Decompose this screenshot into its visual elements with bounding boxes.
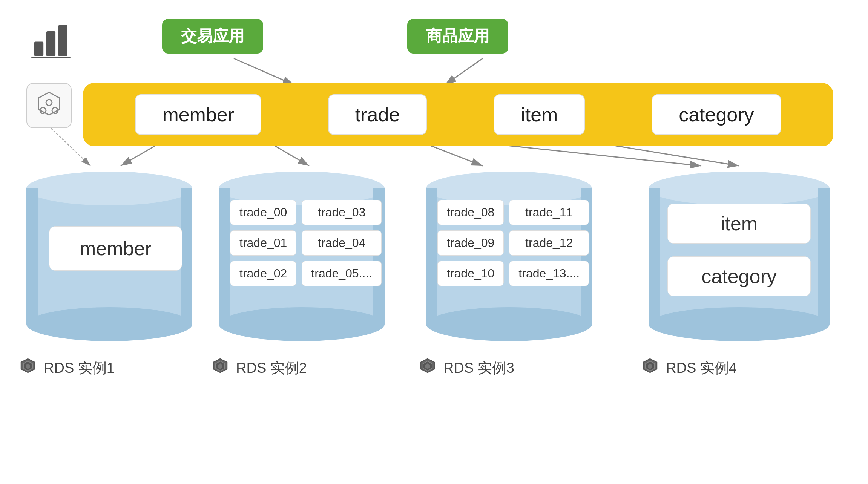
rds3-cell-trade10: trade_10 — [437, 261, 504, 286]
svg-rect-21 — [181, 188, 192, 324]
rds2-trade02-label: trade_02 — [239, 267, 287, 280]
rds2-trade00-label: trade_00 — [239, 205, 287, 219]
svg-rect-44 — [649, 188, 660, 324]
rds3-hex-icon — [419, 357, 437, 379]
rds2-cell-trade05: trade_05.... — [302, 261, 382, 286]
svg-rect-10 — [46, 31, 55, 56]
rds4-section: item category RDS 实例4 — [641, 166, 837, 379]
rds3-section: trade_08 trade_11 trade_09 trade_12 trad… — [419, 166, 600, 379]
rds2-trade03-label: trade_03 — [318, 205, 365, 219]
hex-icon — [26, 83, 72, 128]
diagram-container: 交易应用 商品应用 member trade item category — [0, 0, 868, 484]
goods-app-label: 商品应用 — [426, 27, 489, 45]
svg-point-19 — [26, 172, 192, 205]
rds2-section: trade_00 trade_03 trade_01 trade_04 trad… — [211, 166, 392, 379]
rds1-label-text: RDS 实例1 — [44, 358, 115, 378]
svg-rect-36 — [426, 188, 437, 324]
rds2-label: RDS 实例2 — [211, 357, 392, 379]
rds3-cell-trade08: trade_08 — [437, 200, 504, 225]
rds1-member-label: member — [80, 237, 152, 259]
service-item-label: item — [521, 104, 558, 126]
rds4-hex-icon — [641, 357, 659, 379]
rds2-trade04-label: trade_04 — [318, 236, 365, 250]
rds3-trade10-label: trade_10 — [447, 267, 494, 280]
rds3-trade12-label: trade_12 — [525, 236, 573, 250]
rds1-label: RDS 实例1 — [19, 357, 200, 379]
service-trade-label: trade — [355, 104, 400, 126]
svg-rect-28 — [219, 188, 230, 324]
service-bar: member trade item category — [83, 83, 833, 146]
rds1-hex-icon — [19, 357, 37, 379]
rds4-label-text: RDS 实例4 — [666, 358, 737, 378]
svg-rect-9 — [34, 42, 43, 57]
rds3-trade09-label: trade_09 — [447, 236, 494, 250]
rds2-cell-trade02: trade_02 — [230, 261, 296, 286]
service-member-label: member — [162, 104, 234, 126]
rds4-label: RDS 实例4 — [641, 357, 837, 379]
rds3-label-text: RDS 实例3 — [443, 358, 514, 378]
service-trade: trade — [328, 94, 427, 135]
rds2-cell-trade04: trade_04 — [302, 230, 382, 256]
svg-point-34 — [426, 307, 592, 341]
svg-rect-45 — [818, 188, 830, 324]
svg-point-18 — [26, 307, 192, 341]
rds2-label-text: RDS 实例2 — [236, 358, 307, 378]
svg-rect-20 — [26, 188, 38, 324]
rds3-label: RDS 实例3 — [419, 357, 600, 379]
rds4-category-label: category — [701, 265, 776, 287]
svg-marker-13 — [38, 92, 60, 115]
rds3-cell-trade11: trade_11 — [509, 200, 589, 225]
rds3-cell-trade13: trade_13.... — [509, 261, 589, 286]
svg-point-43 — [649, 172, 830, 205]
service-item: item — [494, 94, 585, 135]
rds3-trade08-label: trade_08 — [447, 205, 494, 219]
svg-point-26 — [219, 307, 385, 341]
bar-chart-icon — [30, 19, 72, 62]
goods-app-box: 商品应用 — [407, 19, 508, 54]
rds2-trade05-label: trade_05.... — [311, 267, 372, 280]
service-member: member — [135, 94, 261, 135]
trade-app-label: 交易应用 — [181, 27, 244, 45]
svg-point-14 — [46, 100, 52, 106]
trade-app-box: 交易应用 — [162, 19, 263, 54]
svg-line-1 — [234, 58, 294, 85]
rds3-trade13-label: trade_13.... — [518, 267, 580, 280]
rds3-cell-trade09: trade_09 — [437, 230, 504, 256]
rds2-cell-trade01: trade_01 — [230, 230, 296, 256]
svg-rect-11 — [58, 25, 67, 57]
rds1-section: member RDS 实例1 — [19, 166, 200, 379]
rds2-trade01-label: trade_01 — [239, 236, 287, 250]
svg-point-42 — [649, 307, 830, 341]
rds4-item-label: item — [721, 213, 758, 234]
rds2-cell-trade00: trade_00 — [230, 200, 296, 225]
rds3-cell-trade12: trade_12 — [509, 230, 589, 256]
rds2-hex-icon — [211, 357, 229, 379]
service-category: category — [652, 94, 781, 135]
service-category-label: category — [679, 104, 754, 126]
rds2-cell-trade03: trade_03 — [302, 200, 382, 225]
rds3-trade11-label: trade_11 — [525, 205, 573, 219]
svg-line-2 — [445, 58, 483, 85]
